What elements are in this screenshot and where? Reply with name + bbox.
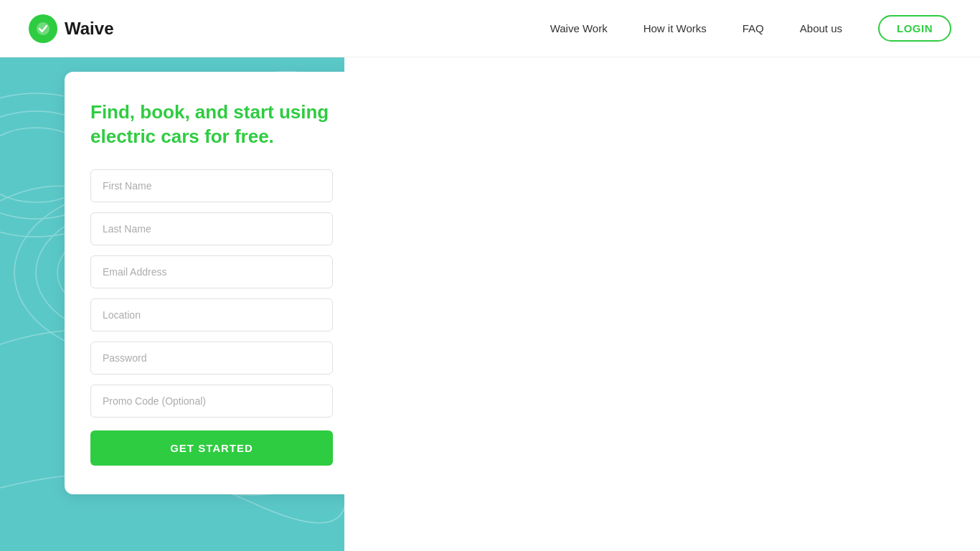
logo[interactable]: Waive xyxy=(29,14,113,43)
last-name-input[interactable] xyxy=(90,212,333,245)
right-panel xyxy=(344,57,980,551)
password-input[interactable] xyxy=(90,342,333,375)
left-panel: Find, book, and start using electric car… xyxy=(0,57,344,551)
logo-text: Waive xyxy=(65,19,113,39)
get-started-button[interactable]: GET STARTED xyxy=(90,430,333,466)
header: Waive Waive Work How it Works FAQ About … xyxy=(0,0,980,57)
first-name-input[interactable] xyxy=(90,169,333,202)
email-input[interactable] xyxy=(90,255,333,288)
nav-about-us[interactable]: About us xyxy=(800,22,842,34)
nav: Waive Work How it Works FAQ About us LOG… xyxy=(550,15,951,42)
login-button[interactable]: LOGIN xyxy=(878,15,951,42)
form-headline: Find, book, and start using electric car… xyxy=(90,100,333,149)
nav-faq[interactable]: FAQ xyxy=(743,22,764,34)
main-content: Find, book, and start using electric car… xyxy=(0,57,980,551)
logo-icon xyxy=(29,14,57,43)
nav-how-it-works[interactable]: How it Works xyxy=(644,22,707,34)
form-card: Find, book, and start using electric car… xyxy=(65,72,344,494)
location-input[interactable] xyxy=(90,298,333,331)
nav-waive-work[interactable]: Waive Work xyxy=(550,22,608,34)
promo-code-input[interactable] xyxy=(90,385,333,418)
